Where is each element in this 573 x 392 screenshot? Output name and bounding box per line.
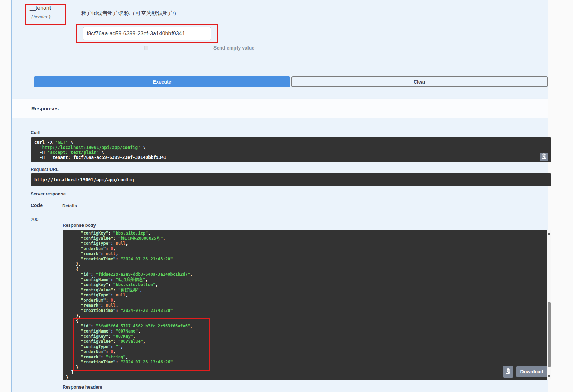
details-column-header: Details (62, 203, 77, 208)
response-body-label: Response body (63, 222, 96, 228)
request-url-value: http://localhost:19001/api/app/config (31, 177, 134, 182)
scroll-up-arrow-icon[interactable] (548, 232, 550, 235)
annotation-box-json-object (73, 318, 210, 371)
operation-block: __tenant (header) 租户id或者租户名称（可空为默认租户） Se… (11, 0, 548, 392)
server-response-label: Server response (31, 191, 66, 196)
scroll-down-arrow-icon[interactable] (548, 375, 550, 378)
responses-section-header (12, 99, 548, 118)
download-button[interactable]: Download (516, 366, 547, 377)
annotation-box-tenant-param (25, 4, 66, 25)
swagger-ui-screen: __tenant (header) 租户id或者租户名称（可空为默认租户） Se… (0, 0, 573, 392)
curl-label: Curl (31, 130, 40, 135)
code-column-header: Code (31, 203, 43, 208)
scrollbar[interactable] (547, 230, 551, 379)
send-empty-label: Send empty value (213, 45, 254, 51)
send-empty-checkbox[interactable] (144, 46, 148, 50)
scrollbar-thumb[interactable] (548, 302, 551, 367)
clear-button[interactable]: Clear (291, 76, 548, 87)
clipboard-icon (505, 368, 511, 375)
status-code: 200 (31, 217, 38, 222)
request-url-bar: http://localhost:19001/api/app/config (31, 173, 551, 186)
table-header-divider (31, 214, 551, 214)
curl-command-block[interactable]: curl -X 'GET' \ 'http://localhost:19001/… (31, 137, 551, 162)
response-headers-label: Response headers (63, 384, 102, 390)
clipboard-icon (542, 153, 547, 160)
request-url-label: Request URL (31, 167, 59, 172)
execute-button[interactable]: Execute (34, 76, 290, 87)
annotation-box-tenant-input (76, 24, 218, 43)
copy-to-clipboard-button[interactable] (540, 153, 548, 161)
copy-response-button[interactable] (503, 366, 513, 378)
responses-title: Responses (31, 106, 59, 111)
parameter-description: 租户id或者租户名称（可空为默认租户） (81, 10, 179, 17)
